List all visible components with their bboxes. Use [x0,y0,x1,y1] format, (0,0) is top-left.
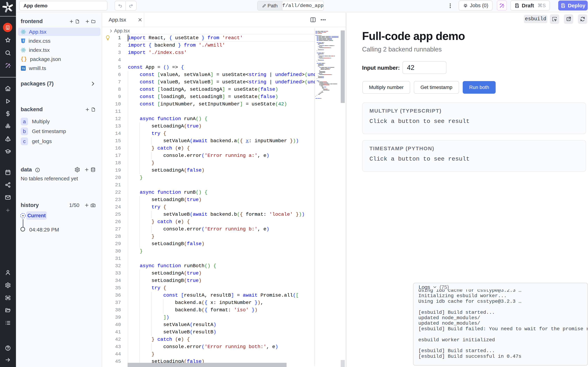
svg-text:TS: TS [22,67,25,70]
svg-text:3: 3 [22,39,24,42]
